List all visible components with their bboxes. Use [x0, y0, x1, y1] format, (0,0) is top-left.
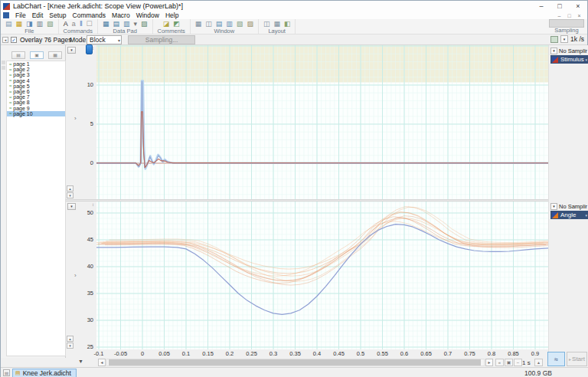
pages-view-tab-list[interactable]: ▤	[11, 51, 25, 59]
waveform-icon: ≈	[9, 62, 11, 67]
toolbar-group-comments: ◪◩Comments	[153, 19, 191, 34]
stimulus-channel-title[interactable]: Stimulus ▾	[550, 55, 588, 64]
menu-commands[interactable]: Commands	[70, 11, 109, 19]
page-label: page 9	[13, 106, 29, 111]
pages-view-tab-average[interactable]: ▦	[48, 51, 62, 59]
page-list-item[interactable]: ≈page 7	[7, 94, 65, 100]
x-tick-label: 0.6	[400, 350, 408, 357]
stimulus-axis-dropdown-icon[interactable]: ▾	[67, 47, 76, 54]
menu-file[interactable]: File	[12, 11, 29, 19]
x-tick-label: 0.05	[158, 350, 170, 357]
angle-autoscale-icon[interactable]: ↕	[92, 202, 94, 207]
toolbar-group-commands: Aa‖☐Commands	[59, 19, 98, 34]
open-file-icon[interactable]: ▦	[16, 19, 23, 28]
page-list-item[interactable]: ≈page 3	[7, 72, 65, 77]
page-back-button[interactable]: «	[495, 359, 504, 366]
stimulus-y-axis[interactable]: ▾ ↕ › ▴ ▾ 0510	[66, 45, 96, 199]
toolbar-group-sampling: Sampling	[544, 19, 587, 34]
print-icon[interactable]: ▥	[37, 19, 44, 28]
mode-row: ◂ ✓ Overlay 76 Pages Mode: Block▾ Sampli…	[1, 34, 587, 45]
file-list-icon[interactable]: ▤	[3, 369, 10, 376]
file-icon: ▤	[15, 370, 21, 376]
doc-restore-icon[interactable]: □	[564, 13, 574, 18]
scope-view-button[interactable]: ≈	[547, 352, 565, 366]
doc-minimize-icon[interactable]: –	[554, 13, 564, 18]
close-button[interactable]: ×	[569, 1, 587, 11]
cascade-windows-icon[interactable]: ◫	[205, 19, 212, 28]
zoom-view-icon[interactable]: ▧	[237, 19, 243, 28]
toolbar-group-window: ▦◫▤▥▧▨Window	[191, 19, 259, 34]
panel-collapse-button[interactable]: ◂	[2, 37, 8, 43]
x-tick-label: 0.85	[508, 350, 519, 357]
expand-time-button[interactable]: ▴	[534, 359, 543, 366]
pages-scrollbar[interactable]	[2, 61, 5, 356]
time-scrollbar-thumb[interactable]	[109, 359, 481, 366]
time-axis[interactable]: -0.1-0.0500.050.10.150.20.250.30.350.40.…	[66, 349, 588, 358]
page-list-item[interactable]: ≈page 8	[7, 100, 65, 105]
page-label: page 3	[13, 72, 29, 77]
rate-dropdown-icon[interactable]: ▾	[560, 35, 568, 43]
maximize-button[interactable]: □	[550, 1, 569, 11]
waveform-icon: ≈	[9, 111, 11, 116]
page-label: page 8	[13, 100, 29, 105]
angle-scale-down-button[interactable]: ▾	[67, 343, 74, 349]
angle-axis-dropdown-icon[interactable]: ▾	[67, 203, 76, 210]
file-tab[interactable]: ▤ Knee Jerk.adicht	[12, 369, 77, 377]
waveform-icon: ≈	[9, 84, 11, 88]
toolbar-group-label: Comments	[158, 28, 185, 34]
menu-window[interactable]: Window	[133, 11, 162, 19]
rate-chart-icon[interactable]	[550, 36, 558, 43]
datapad-export-icon[interactable]: ▨	[141, 19, 148, 28]
page-position-marker[interactable]	[86, 44, 93, 54]
mode-dropdown[interactable]: Block▾	[87, 35, 122, 44]
minimize-button[interactable]: –	[532, 1, 550, 11]
toolbar: ▤▦◨▥▧FileAa‖☐Commands▦▤▥▾▨Data Pad◪◩Comm…	[1, 19, 587, 34]
waveform-icon: ≈	[9, 67, 11, 72]
page-list-item[interactable]: ≈page 2	[7, 67, 65, 72]
stimulus-plot[interactable]	[96, 45, 548, 199]
page-list-item[interactable]: ≈page 6	[7, 89, 65, 94]
x-tick-label: 0.75	[464, 350, 475, 357]
menu-help[interactable]: Help	[162, 11, 181, 19]
x-tick-label: -0.1	[94, 350, 104, 357]
menu-macro[interactable]: Macro	[109, 11, 133, 19]
y-tick-label: 30	[87, 316, 93, 323]
angle-scale-up-button[interactable]: ▴	[67, 336, 74, 342]
compress-time-button[interactable]: −	[514, 359, 522, 366]
page-list-item[interactable]: ≈page 1	[7, 61, 65, 67]
page-list-item[interactable]: ≈page 5	[7, 84, 65, 89]
page-list-item[interactable]: ≈page 9	[7, 106, 65, 111]
angle-plot[interactable]	[96, 202, 548, 349]
disk-space-label: 100.9 GB	[524, 369, 552, 377]
angle-y-axis[interactable]: ▾ ↕ › ▴ ▾ 253035404550	[66, 202, 96, 349]
doc-close-icon[interactable]: ×	[574, 13, 584, 18]
angle-channel-title[interactable]: Angle ▾	[550, 211, 588, 219]
menu-edit[interactable]: Edit	[29, 11, 47, 19]
time-scrollbar[interactable]	[106, 359, 485, 366]
scroll-right-button[interactable]: ▸	[485, 359, 493, 366]
page-list-item[interactable]: ≈page 10	[7, 111, 65, 116]
stimulus-scale-down-button[interactable]: ▾	[67, 192, 74, 198]
stimulus-scale-up-button[interactable]: ▴	[67, 185, 74, 192]
pages-view-tab-overlay[interactable]: ▣	[30, 51, 44, 59]
x-tick-label: 0.8	[488, 350, 495, 357]
menu-setup[interactable]: Setup	[46, 11, 69, 19]
sampling-settings-button: Sampling...	[128, 35, 195, 44]
page-list-item[interactable]: ≈page 4	[7, 78, 65, 84]
marker-well-icon[interactable]: ▼	[78, 359, 83, 364]
overlay-checkbox[interactable]: ✓	[11, 37, 17, 43]
angle-header-dropdown-icon[interactable]: ▾	[550, 203, 557, 210]
new-file-icon[interactable]: ▤	[5, 19, 12, 28]
datapad-view-icon[interactable]: ▦	[103, 19, 109, 28]
page-label: page 5	[13, 84, 29, 89]
waveform-icon: ≈	[9, 73, 11, 77]
export-icon[interactable]: ▧	[47, 19, 54, 28]
stimulus-header-dropdown-icon[interactable]: ▾	[550, 48, 557, 54]
tile-windows-icon[interactable]: ▦	[195, 19, 202, 28]
scroll-left-button[interactable]: ◂	[98, 359, 106, 366]
document-icon	[3, 12, 9, 18]
page-label: page 10	[13, 111, 32, 116]
overview-button[interactable]: ▣	[505, 359, 513, 366]
scope-view-main: ▤ ▣ ▦ ≈page 1≈page 2≈page 3≈page 4≈page …	[1, 45, 588, 358]
notebook-icon[interactable]: ▨	[247, 19, 253, 28]
